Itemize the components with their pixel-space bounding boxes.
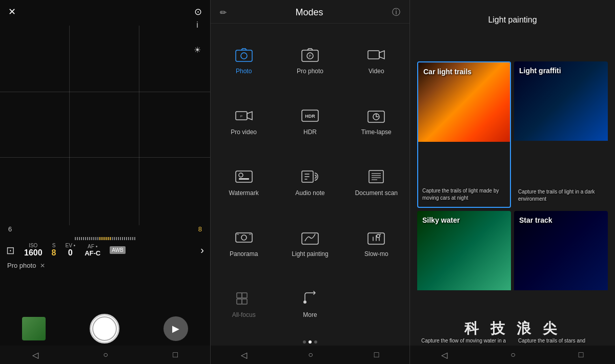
video-icon [367,47,385,62]
middle-back-nav[interactable]: ◁ [241,350,247,360]
pro-photo-icon: P [301,47,319,62]
mode-watermark[interactable]: Watermark [211,151,277,211]
svg-rect-12 [236,171,252,182]
pro-video-icon: P [235,108,253,123]
pro-photo-label: Pro photo [297,68,323,75]
watermark-icon [235,169,253,184]
mode-panorama[interactable]: Panorama [211,211,277,272]
settings-controls: ⊡ ISO 1600 S 8 EV • 0 AF • AF-C AWB › Pr… [0,241,210,271]
mode-close-btn[interactable]: ✕ [40,262,45,269]
time-lapse-label: Time-lapse [361,129,392,136]
svg-rect-19 [302,233,318,244]
modes-grid: Photo P Pro photo Video P [211,24,409,338]
right-back-nav[interactable]: ◁ [441,350,447,360]
svg-rect-16 [369,170,383,183]
right-home-nav[interactable]: ○ [510,350,516,359]
af-setting[interactable]: AF • AF-C [85,244,100,257]
flash-icon[interactable]: ✕ [8,6,16,17]
back-nav[interactable]: ◁ [32,350,38,360]
mode-hdr[interactable]: HDR HDR [277,90,343,151]
audio-note-icon [301,169,319,184]
lp-card-desc-1: Capture the trails of light made by movi… [422,187,506,202]
middle-dot-1[interactable] [303,340,306,344]
middle-dot-2[interactable] [309,340,312,344]
light-painting-panel: Light painting Car light trails Capture … [410,0,615,364]
mode-document-scan[interactable]: Document scan [343,151,409,211]
time-lapse-icon [367,108,385,123]
camera-controls: ▶ [0,314,210,344]
svg-rect-14 [239,178,249,180]
audio-note-label: Audio note [295,189,324,197]
watermark-text: 科 技 浪 尖 [410,319,615,338]
lp-cards-grid: Car light trails Capture the trails of l… [410,0,615,364]
modes-info-icon[interactable]: ⓘ [392,7,400,18]
svg-point-18 [241,235,247,240]
more-icon [301,291,319,306]
lp-card-title-4: Star track [519,216,552,224]
svg-point-21 [377,234,380,238]
lp-card-car-light-trails[interactable]: Car light trails Capture the trails of l… [417,61,511,208]
middle-dot-3[interactable] [314,340,317,344]
mode-more[interactable]: More [277,272,343,333]
exposure-comp-icon[interactable]: ⊡ [6,244,15,256]
mode-slow-mo[interactable]: Slow-mo [343,211,409,272]
panorama-icon [235,230,253,245]
mode-all-focus[interactable]: All-focus [211,272,277,333]
shutter-setting[interactable]: S 8 [52,243,56,258]
svg-rect-5 [368,51,379,59]
pro-video-label: Pro video [231,129,257,136]
light-painting-label: Light painting [292,250,328,258]
svg-rect-25 [242,299,247,304]
mode-photo[interactable]: Photo [211,29,277,90]
mode-audio-note[interactable]: Audio note [277,151,343,211]
all-focus-label: All-focus [232,311,256,318]
right-nav-bar: ◁ ○ □ [410,346,615,364]
hdr-label: HDR [303,129,317,136]
watermark-label: Watermark [229,189,259,197]
lp-card-desc-2: Capture the trails of light in a dark en… [518,188,604,203]
svg-point-13 [239,173,243,177]
edit-modes-icon[interactable]: ✏ [220,8,227,17]
exposure-numbers: 6 8 [0,225,210,233]
recents-nav[interactable]: □ [173,350,178,359]
mode-time-lapse[interactable]: Time-lapse [343,90,409,151]
current-mode-tag: Pro photo ✕ [0,260,210,271]
svg-text:P: P [240,115,242,118]
middle-recents-nav[interactable]: □ [374,350,379,359]
exposure-left: 6 [8,225,12,233]
photo-mode-icon [235,47,253,62]
ev-setting[interactable]: EV • 0 [66,243,76,258]
slow-mo-icon [367,230,385,245]
svg-rect-24 [237,299,242,304]
last-photo-thumbnail[interactable] [22,317,46,340]
svg-text:HDR: HDR [305,114,315,119]
settings-row: ⊡ ISO 1600 S 8 EV • 0 AF • AF-C AWB › [0,241,210,260]
home-nav[interactable]: ○ [103,350,108,359]
camera-mode-icon[interactable]: ⊙ [194,6,202,17]
lp-card-light-graffiti[interactable]: Light graffiti Capture the trails of lig… [514,61,608,208]
video-icon: ▶ [172,323,179,334]
mode-light-painting[interactable]: Light painting [277,211,343,272]
shutter-button[interactable] [90,314,119,344]
light-painting-icon [301,230,319,245]
video-mode-button[interactable]: ▶ [163,316,188,341]
all-focus-icon [235,291,253,306]
light-painting-title: Light painting [410,15,615,25]
lp-card-title-1: Car light trails [423,68,471,76]
mode-video[interactable]: Video [343,29,409,90]
video-label: Video [368,68,384,75]
mode-pro-video[interactable]: P Pro video [211,90,277,151]
awb-badge[interactable]: AWB [110,246,125,254]
more-settings-arrow[interactable]: › [200,244,204,256]
lp-card-title-2: Light graffiti [519,67,561,75]
right-recents-nav[interactable]: □ [579,350,584,359]
middle-nav-bar: ◁ ○ □ [211,346,409,364]
svg-text:P: P [309,54,312,58]
mode-pro-photo[interactable]: P Pro photo [277,29,343,90]
modes-header: ✏ Modes ⓘ [211,0,409,24]
modes-title: Modes [227,7,392,18]
svg-rect-22 [237,293,242,298]
document-scan-icon [367,169,385,184]
middle-home-nav[interactable]: ○ [308,350,313,359]
iso-setting[interactable]: ISO 1600 [24,243,43,258]
